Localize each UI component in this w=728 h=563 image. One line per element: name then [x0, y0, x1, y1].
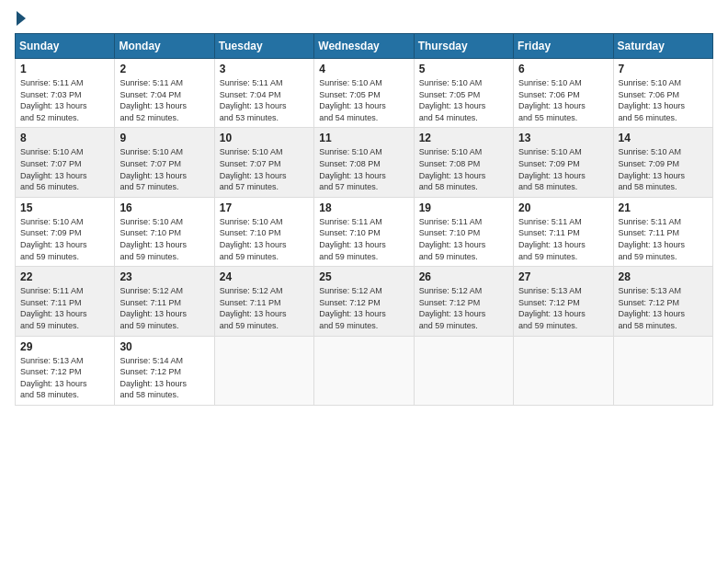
calendar-cell: 8Sunrise: 5:10 AMSunset: 7:07 PMDaylight…	[16, 128, 115, 197]
calendar-week-5: 29Sunrise: 5:13 AMSunset: 7:12 PMDayligh…	[16, 336, 713, 405]
day-number: 22	[20, 270, 109, 283]
day-number: 6	[518, 63, 608, 75]
day-info: Sunrise: 5:11 AMSunset: 7:10 PMDaylight:…	[319, 216, 408, 262]
day-info: Sunrise: 5:13 AMSunset: 7:12 PMDaylight:…	[20, 355, 109, 401]
day-number: 8	[20, 132, 109, 144]
day-info: Sunrise: 5:12 AMSunset: 7:11 PMDaylight:…	[119, 285, 209, 331]
day-number: 4	[319, 63, 408, 75]
calendar-header-monday: Monday	[115, 34, 214, 59]
calendar-cell: 4Sunrise: 5:10 AMSunset: 7:05 PMDaylight…	[314, 59, 414, 128]
day-number: 18	[319, 201, 408, 214]
day-info: Sunrise: 5:10 AMSunset: 7:08 PMDaylight:…	[319, 146, 408, 192]
calendar-cell: 21Sunrise: 5:11 AMSunset: 7:11 PMDayligh…	[613, 197, 712, 266]
day-number: 16	[119, 201, 209, 214]
calendar-cell: 17Sunrise: 5:10 AMSunset: 7:10 PMDayligh…	[214, 197, 313, 266]
day-number: 19	[419, 201, 508, 214]
day-info: Sunrise: 5:10 AMSunset: 7:06 PMDaylight:…	[518, 77, 608, 123]
day-info: Sunrise: 5:10 AMSunset: 7:10 PMDaylight:…	[220, 216, 309, 262]
calendar-cell: 24Sunrise: 5:12 AMSunset: 7:11 PMDayligh…	[214, 267, 313, 336]
calendar-header-row: SundayMondayTuesdayWednesdayThursdayFrid…	[16, 34, 713, 59]
calendar-header-saturday: Saturday	[613, 34, 712, 59]
calendar-cell: 18Sunrise: 5:11 AMSunset: 7:10 PMDayligh…	[314, 197, 414, 266]
calendar-cell: 28Sunrise: 5:13 AMSunset: 7:12 PMDayligh…	[613, 267, 712, 336]
calendar-cell: 25Sunrise: 5:12 AMSunset: 7:12 PMDayligh…	[314, 267, 414, 336]
day-info: Sunrise: 5:11 AMSunset: 7:10 PMDaylight:…	[419, 216, 508, 262]
day-info: Sunrise: 5:13 AMSunset: 7:12 PMDaylight:…	[619, 285, 708, 331]
day-number: 20	[518, 201, 608, 214]
day-number: 14	[619, 132, 708, 144]
day-info: Sunrise: 5:10 AMSunset: 7:06 PMDaylight:…	[619, 77, 708, 123]
day-info: Sunrise: 5:10 AMSunset: 7:05 PMDaylight:…	[319, 77, 408, 123]
calendar-cell: 12Sunrise: 5:10 AMSunset: 7:08 PMDayligh…	[414, 128, 513, 197]
day-info: Sunrise: 5:13 AMSunset: 7:12 PMDaylight:…	[518, 285, 608, 331]
day-info: Sunrise: 5:10 AMSunset: 7:08 PMDaylight:…	[419, 146, 508, 192]
day-number: 10	[220, 132, 309, 144]
day-info: Sunrise: 5:10 AMSunset: 7:07 PMDaylight:…	[20, 146, 109, 192]
logo-arrow-icon	[17, 11, 26, 26]
day-info: Sunrise: 5:11 AMSunset: 7:04 PMDaylight:…	[119, 77, 209, 123]
calendar-cell: 11Sunrise: 5:10 AMSunset: 7:08 PMDayligh…	[314, 128, 414, 197]
day-number: 1	[20, 63, 109, 75]
day-number: 5	[419, 63, 508, 75]
day-info: Sunrise: 5:11 AMSunset: 7:11 PMDaylight:…	[619, 216, 708, 262]
calendar-header-tuesday: Tuesday	[214, 34, 313, 59]
calendar-cell: 27Sunrise: 5:13 AMSunset: 7:12 PMDayligh…	[514, 267, 613, 336]
calendar-cell: 3Sunrise: 5:11 AMSunset: 7:04 PMDaylight…	[214, 59, 313, 128]
calendar-cell: 14Sunrise: 5:10 AMSunset: 7:09 PMDayligh…	[613, 128, 712, 197]
day-info: Sunrise: 5:10 AMSunset: 7:10 PMDaylight:…	[119, 216, 209, 262]
day-number: 13	[518, 132, 608, 144]
day-number: 15	[20, 201, 109, 214]
calendar-cell: 26Sunrise: 5:12 AMSunset: 7:12 PMDayligh…	[414, 267, 513, 336]
day-info: Sunrise: 5:11 AMSunset: 7:11 PMDaylight:…	[20, 285, 109, 331]
calendar-cell: 6Sunrise: 5:10 AMSunset: 7:06 PMDaylight…	[514, 59, 613, 128]
day-number: 29	[20, 340, 109, 353]
header	[15, 15, 713, 26]
day-number: 7	[619, 63, 708, 75]
calendar-cell: 1Sunrise: 5:11 AMSunset: 7:03 PMDaylight…	[16, 59, 115, 128]
calendar-header-friday: Friday	[514, 34, 613, 59]
day-info: Sunrise: 5:11 AMSunset: 7:03 PMDaylight:…	[20, 77, 109, 123]
calendar-cell: 5Sunrise: 5:10 AMSunset: 7:05 PMDaylight…	[414, 59, 513, 128]
calendar-cell	[514, 336, 613, 405]
calendar-week-3: 15Sunrise: 5:10 AMSunset: 7:09 PMDayligh…	[16, 197, 713, 266]
logo	[15, 15, 28, 26]
day-number: 24	[220, 270, 309, 283]
calendar-cell	[214, 336, 313, 405]
day-number: 21	[619, 201, 708, 214]
day-info: Sunrise: 5:11 AMSunset: 7:11 PMDaylight:…	[518, 216, 608, 262]
day-info: Sunrise: 5:11 AMSunset: 7:04 PMDaylight:…	[220, 77, 309, 123]
calendar-cell: 20Sunrise: 5:11 AMSunset: 7:11 PMDayligh…	[514, 197, 613, 266]
calendar-header-thursday: Thursday	[414, 34, 513, 59]
calendar-header-wednesday: Wednesday	[314, 34, 414, 59]
calendar-cell: 7Sunrise: 5:10 AMSunset: 7:06 PMDaylight…	[613, 59, 712, 128]
day-number: 2	[119, 63, 209, 75]
day-number: 3	[220, 63, 309, 75]
calendar-cell: 15Sunrise: 5:10 AMSunset: 7:09 PMDayligh…	[16, 197, 115, 266]
calendar-cell: 19Sunrise: 5:11 AMSunset: 7:10 PMDayligh…	[414, 197, 513, 266]
day-number: 12	[419, 132, 508, 144]
day-info: Sunrise: 5:10 AMSunset: 7:09 PMDaylight:…	[619, 146, 708, 192]
calendar-week-2: 8Sunrise: 5:10 AMSunset: 7:07 PMDaylight…	[16, 128, 713, 197]
calendar-week-1: 1Sunrise: 5:11 AMSunset: 7:03 PMDaylight…	[16, 59, 713, 128]
day-number: 30	[119, 340, 209, 353]
day-number: 11	[319, 132, 408, 144]
day-info: Sunrise: 5:10 AMSunset: 7:09 PMDaylight:…	[518, 146, 608, 192]
day-number: 17	[220, 201, 309, 214]
day-info: Sunrise: 5:12 AMSunset: 7:12 PMDaylight:…	[419, 285, 508, 331]
day-number: 26	[419, 270, 508, 283]
day-info: Sunrise: 5:10 AMSunset: 7:05 PMDaylight:…	[419, 77, 508, 123]
calendar-cell: 16Sunrise: 5:10 AMSunset: 7:10 PMDayligh…	[115, 197, 214, 266]
calendar-header-sunday: Sunday	[16, 34, 115, 59]
day-info: Sunrise: 5:10 AMSunset: 7:07 PMDaylight:…	[119, 146, 209, 192]
calendar-cell: 9Sunrise: 5:10 AMSunset: 7:07 PMDaylight…	[115, 128, 214, 197]
calendar-cell	[314, 336, 414, 405]
day-info: Sunrise: 5:10 AMSunset: 7:07 PMDaylight:…	[220, 146, 309, 192]
calendar-table: SundayMondayTuesdayWednesdayThursdayFrid…	[15, 33, 713, 406]
calendar-cell: 30Sunrise: 5:14 AMSunset: 7:12 PMDayligh…	[115, 336, 214, 405]
calendar-cell: 2Sunrise: 5:11 AMSunset: 7:04 PMDaylight…	[115, 59, 214, 128]
day-number: 27	[518, 270, 608, 283]
calendar-cell: 23Sunrise: 5:12 AMSunset: 7:11 PMDayligh…	[115, 267, 214, 336]
day-number: 9	[119, 132, 209, 144]
day-number: 28	[619, 270, 708, 283]
day-number: 25	[319, 270, 408, 283]
